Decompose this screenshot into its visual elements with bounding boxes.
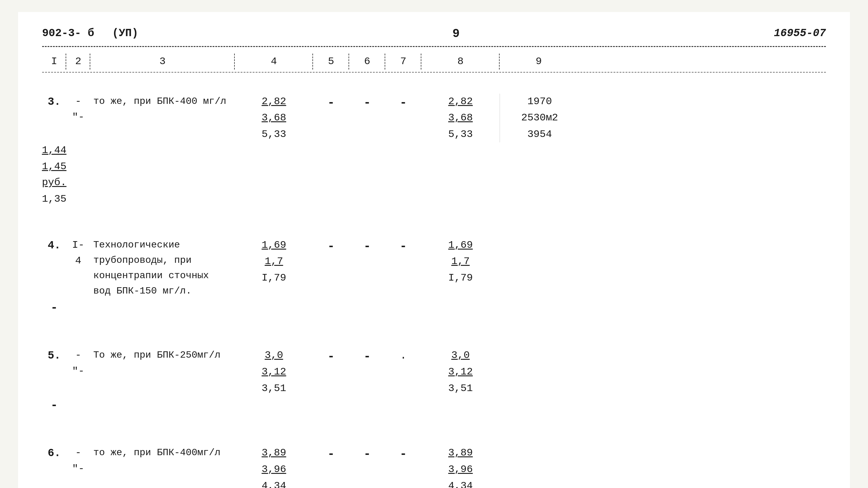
col-header-3: 3 xyxy=(90,54,235,69)
row-code-4: I-4 xyxy=(66,237,90,269)
col-header-7: 7 xyxy=(385,54,421,69)
col-header-5: 5 xyxy=(313,54,349,69)
stacked-values: 1,69 1,7 I,79 xyxy=(238,237,310,286)
row-code-5: -"- xyxy=(66,347,90,379)
stacked-col8: 3,89 3,96 4,34 xyxy=(424,445,497,488)
header-row: 902-3- б (УП) 9 16955-07 xyxy=(42,27,826,41)
stacked-values: 3,0 3,12 3,51 xyxy=(238,347,310,396)
row-desc-6: то же, при БПК-400мг/л xyxy=(90,445,235,460)
row-col9-4: - xyxy=(42,299,66,317)
header-left: 902-3- б (УП) xyxy=(42,27,138,39)
row-col4-4: 1,69 1,7 I,79 xyxy=(235,237,313,286)
row-col5-4: - xyxy=(313,237,349,256)
gap3 xyxy=(42,326,826,338)
row-col6-5: - xyxy=(349,347,385,366)
row-col4-3: 2,82 3,68 5,33 xyxy=(235,94,313,143)
row-col6-3: - xyxy=(349,94,385,112)
row-col7-4: - xyxy=(385,237,421,256)
row-col5-3: - xyxy=(313,94,349,112)
row-desc-5: То же, при БПК-250мг/л xyxy=(90,347,235,363)
row-col9-5: - xyxy=(42,396,66,415)
row-col6-4: - xyxy=(349,237,385,256)
col-header-8: 8 xyxy=(421,54,500,69)
row-col6-6: - xyxy=(349,445,385,464)
row-col4-6: 3,89 3,96 4,34 xyxy=(235,445,313,488)
doc-id: 902-3- б xyxy=(42,27,94,39)
row-desc-3: то же, при БПК-400 мг/л xyxy=(90,94,235,109)
gap2 xyxy=(42,216,826,228)
row-col8extra-3: 1970 2530м2 3954 xyxy=(500,94,578,143)
gap1 xyxy=(42,72,826,85)
row-col7-3: - xyxy=(385,94,421,112)
stacked-col8: 2,82 3,68 5,33 xyxy=(424,94,497,143)
top-divider xyxy=(42,46,826,47)
row-code-6: -"- xyxy=(66,445,90,477)
doc-number: 16955-07 xyxy=(774,27,826,39)
row-code-3: -"- xyxy=(66,94,90,125)
stacked-col8: 3,0 3,12 3,51 xyxy=(424,347,497,396)
row-col9-3: 1,44 1,45 руб. 1,35 xyxy=(42,143,66,207)
stacked-col9: 1,44 1,45 руб. 1,35 xyxy=(45,143,63,207)
col-header-4: 4 xyxy=(235,54,313,69)
row-col7-5: . xyxy=(385,347,421,364)
row-num-3: 3. xyxy=(42,94,66,111)
stacked-values: 3,89 3,96 4,34 xyxy=(238,445,310,488)
row-col8-4: 1,69 1,7 I,79 xyxy=(421,237,500,286)
row-col4-5: 3,0 3,12 3,51 xyxy=(235,347,313,396)
table-row: 6. -"- то же, при БПК-400мг/л 3,89 3,96 … xyxy=(42,436,826,488)
row-col8-3: 2,82 3,68 5,33 xyxy=(421,94,500,143)
row-num-6: 6. xyxy=(42,445,66,462)
col-header-9: 9 xyxy=(500,54,578,69)
table-row: 5. -"- То же, при БПК-250мг/л 3,0 3,12 3… xyxy=(42,338,826,424)
table-row: 3. -"- то же, при БПК-400 мг/л 2,82 3,68… xyxy=(42,85,826,216)
row-col5-6: - xyxy=(313,445,349,464)
stacked-col8extra: 1970 2530м2 3954 xyxy=(504,94,575,143)
col-header-2: 2 xyxy=(66,54,90,69)
row-col5-5: - xyxy=(313,347,349,366)
row-col7-6: - xyxy=(385,445,421,464)
stacked-values: 2,82 3,68 5,33 xyxy=(238,94,310,143)
row-col8-5: 3,0 3,12 3,51 xyxy=(421,347,500,396)
stacked-col8: 1,69 1,7 I,79 xyxy=(424,237,497,286)
gap4 xyxy=(42,424,826,436)
table-row: 4. I-4 Технологические трубопроводы, при… xyxy=(42,228,826,327)
row-col8-6: 3,89 3,96 4,34 xyxy=(421,445,500,488)
column-headers: I 2 3 4 5 6 7 8 9 xyxy=(42,51,826,72)
row-desc-4: Технологические трубопроводы, при концен… xyxy=(90,237,235,299)
doc-type: (УП) xyxy=(112,27,138,39)
col-header-6: 6 xyxy=(349,54,385,69)
page-container: 902-3- б (УП) 9 16955-07 I 2 3 4 5 6 7 8… xyxy=(18,12,850,488)
row-num-5: 5. xyxy=(42,347,66,364)
col-header-1: I xyxy=(42,54,66,69)
row-num-4: 4. xyxy=(42,237,66,254)
page-number: 9 xyxy=(452,27,460,41)
